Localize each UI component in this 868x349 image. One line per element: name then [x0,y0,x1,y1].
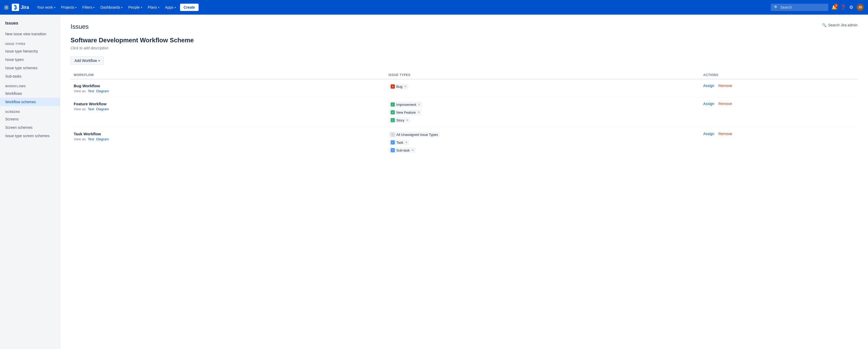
view-text-link-feature[interactable]: Text [88,107,94,111]
tag-label: Bug [396,85,402,89]
workflow-cell-task: Task Workflow View as: Text Diagram [70,127,385,158]
remove-task-link[interactable]: Remove [718,132,732,136]
issue-type-tag-improvement: ↑ Improvement × [389,102,422,107]
layout: Issues New issue view transition ISSUE T… [0,14,868,349]
nav-your-work[interactable]: Your work ▾ [34,4,58,11]
chevron-down-icon: ▾ [98,59,100,62]
new-feature-icon: + [391,110,395,115]
page-title: Issues [70,23,89,30]
grid-icon[interactable]: ⊞ [4,4,9,10]
workflow-table-body: Bug Workflow View as: Text Diagram ✕ Bug [70,79,858,157]
assign-feature-link[interactable]: Assign [703,102,714,106]
issue-type-tag-story: ↑ Story × [389,117,410,123]
sidebar-item-workflow-schemes[interactable]: Workflow schemes [0,98,60,106]
notifications-button[interactable]: 🔔 2 [831,4,837,10]
remove-story-x[interactable]: × [406,118,408,122]
workflow-name-task: Task Workflow [74,132,382,136]
col-actions: Actions [700,71,858,79]
add-workflow-button[interactable]: Add Workflow ▾ [70,56,104,65]
remove-improvement-x[interactable]: × [418,103,420,106]
view-text-link-bug[interactable]: Text [88,89,94,93]
tag-label: New Feature [396,110,416,115]
actions-cell-task: Assign Remove [700,127,858,158]
col-issue-types: Issue Types [385,71,700,79]
improvement-icon: ↑ [391,102,395,106]
sidebar-item-issue-type-screen-schemes[interactable]: Issue type screen schemes [0,132,60,140]
settings-button[interactable]: ⚙ [849,4,854,10]
sidebar-item-screen-schemes[interactable]: Screen schemes [0,123,60,132]
sidebar-section-workflows: WORKFLOWS [0,81,60,89]
jira-logo[interactable]: Jira [12,4,29,11]
sidebar-item-subtasks[interactable]: Sub-tasks [0,72,60,81]
story-icon: ↑ [391,118,395,122]
jira-logo-icon [12,4,19,11]
avatar[interactable]: JD [857,4,864,11]
create-button[interactable]: Create [180,4,199,11]
nav-plans[interactable]: Plans ▾ [145,4,162,11]
task-icon: ✓ [391,140,395,145]
topnav-right: 🔍 Search 🔔 2 ❓ ⚙ JD [771,4,864,11]
view-diagram-link-task[interactable]: Diagram [96,137,109,141]
issue-types-cell-bug: ✕ Bug × [385,79,700,97]
view-as-bug: View as: Text Diagram [74,89,382,93]
topnav: ⊞ Jira Your work ▾ Projects ▾ Filters ▾ … [0,0,868,14]
nav-dashboards[interactable]: Dashboards ▾ [98,4,125,11]
sidebar-item-issue-types[interactable]: Issue types [0,55,60,64]
issue-types-list-task: □ All Unassigned Issue Types ✓ Task × ◇ … [389,132,697,153]
sidebar-title: Issues [0,21,60,30]
nav-apps[interactable]: Apps ▾ [162,4,179,11]
main-content: Issues 🔍 Search Jira admin Software Deve… [60,14,868,349]
nav-people[interactable]: People ▾ [126,4,145,11]
tag-label: Task [396,140,403,145]
chevron-down-icon: ▾ [175,6,176,9]
assign-bug-link[interactable]: Assign [703,84,714,88]
issue-types-list-feature: ↑ Improvement × + New Feature × ↑ [389,102,697,123]
issue-type-tag-task: ✓ Task × [389,139,409,145]
sidebar-item-workflows[interactable]: Workflows [0,89,60,98]
logo-text: Jira [21,5,29,10]
chevron-down-icon: ▾ [75,6,76,9]
nav-filters[interactable]: Filters ▾ [80,4,97,11]
sidebar-item-new-issue-view[interactable]: New issue view transition [0,30,60,38]
remove-new-feature-x[interactable]: × [418,110,420,114]
remove-task-x[interactable]: × [405,140,407,144]
scheme-title: Software Development Workflow Scheme [70,37,858,44]
chevron-down-icon: ▾ [93,6,95,9]
nav-projects[interactable]: Projects ▾ [59,4,80,11]
tag-label: All Unassigned Issue Types [396,133,438,137]
issue-type-tag-new-feature: + New Feature × [389,109,422,115]
search-placeholder: Search [780,5,792,9]
sidebar-item-screens[interactable]: Screens [0,115,60,123]
table-header: Workflow Issue Types Actions [70,71,858,79]
chevron-down-icon: ▾ [54,6,55,9]
chevron-down-icon: ▾ [121,6,123,9]
view-diagram-link-bug[interactable]: Diagram [96,89,109,93]
subtask-icon: ◇ [391,148,395,152]
sidebar-item-hierarchy[interactable]: Issue type hierarchy [0,47,60,55]
search-jira-admin-button[interactable]: 🔍 Search Jira admin [822,23,858,27]
issue-type-tag-bug: ✕ Bug × [389,84,408,89]
remove-feature-link[interactable]: Remove [718,102,732,106]
help-button[interactable]: ❓ [840,4,846,10]
search-admin-icon: 🔍 [822,23,827,27]
table-row: Bug Workflow View as: Text Diagram ✕ Bug [70,79,858,97]
tag-label: Sub-task [396,148,410,152]
view-diagram-link-feature[interactable]: Diagram [96,107,109,111]
remove-bug-link[interactable]: Remove [718,84,732,88]
scheme-description[interactable]: Click to add description [70,46,858,50]
page-header: Issues 🔍 Search Jira admin [70,23,858,30]
workflow-name-feature: Feature Workflow [74,102,382,106]
workflow-table: Workflow Issue Types Actions Bug Workflo… [70,71,858,157]
bug-icon: ✕ [391,84,395,89]
remove-bug-x[interactable]: × [404,85,406,88]
workflow-name-bug: Bug Workflow [74,84,382,88]
sidebar-section-issue-types: ISSUE TYPES [0,38,60,47]
view-text-link-task[interactable]: Text [88,137,94,141]
actions-cell-bug: Assign Remove [700,79,858,97]
remove-subtask-x[interactable]: × [412,148,414,152]
assign-task-link[interactable]: Assign [703,132,714,136]
search-bar[interactable]: 🔍 Search [771,4,828,11]
sidebar-item-issue-type-schemes[interactable]: Issue type schemes [0,64,60,72]
actions-cell-feature: Assign Remove [700,97,858,127]
chevron-down-icon: ▾ [141,6,142,9]
